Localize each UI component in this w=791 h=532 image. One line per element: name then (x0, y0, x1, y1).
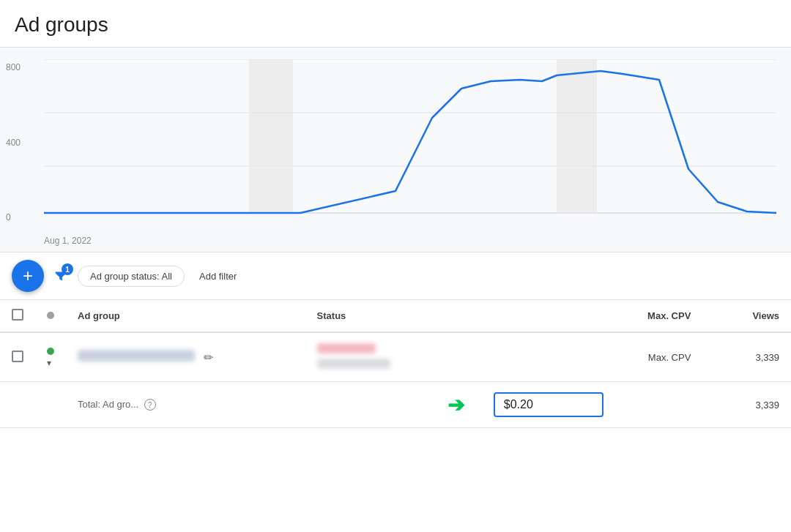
row-views-value: 3,339 (755, 352, 779, 363)
green-arrow-icon: ➔ (448, 393, 464, 417)
y-label-800: 800 (6, 62, 21, 72)
table-wrapper: Ad group Status Max. CPV Views ▾ ✏ (0, 300, 791, 428)
row-views-cell: 3,339 (702, 332, 791, 382)
y-label-400: 400 (6, 138, 21, 148)
add-fab-button[interactable]: + (12, 260, 44, 292)
header-ad-group[interactable]: Ad group (66, 300, 305, 332)
filter-icon-wrap[interactable]: 1 (53, 268, 69, 284)
total-views-cell: 3,339 (702, 382, 791, 428)
table-header: Ad group Status Max. CPV Views (0, 300, 791, 332)
row-status-cell: ▾ (35, 332, 66, 382)
table-body: ▾ ✏ Max. CPV 3,339 (0, 332, 791, 428)
chart-x-label: Aug 1, 2022 (44, 236, 92, 246)
chart-y-axis: 800 400 0 (6, 62, 21, 222)
edit-ad-group-icon[interactable]: ✏ (204, 351, 213, 364)
header-status-cell (35, 300, 66, 332)
select-all-checkbox[interactable] (12, 309, 23, 321)
ad-group-name-blurred (78, 350, 195, 361)
total-status-cell-text: ➔ (305, 382, 482, 428)
ad-group-status-filter[interactable]: Ad group status: All (78, 266, 185, 287)
row-ad-group-cell: ✏ (66, 332, 305, 382)
total-views-value: 3,339 (755, 400, 779, 411)
add-filter-button[interactable]: Add filter (193, 266, 242, 286)
header-max-cpv[interactable]: Max. CPV (482, 300, 703, 332)
chart-svg (44, 59, 776, 220)
page-title: Ad groups (15, 13, 776, 37)
total-max-cpv-cell[interactable]: $0.20 (482, 382, 703, 428)
status-text-blurred (317, 343, 376, 353)
row-status-dot (47, 348, 54, 355)
total-max-cpv-value[interactable]: $0.20 (494, 392, 604, 417)
total-checkbox-cell (0, 382, 35, 428)
status-subtext-blurred (317, 359, 390, 369)
y-label-0: 0 (6, 212, 21, 222)
header-checkbox-cell (0, 300, 35, 332)
total-row: Total: Ad gro... ? ➔ $0.20 3,339 (0, 382, 791, 428)
total-status-cell (35, 382, 66, 428)
row-checkbox[interactable] (12, 351, 23, 362)
page-header: Ad groups (0, 0, 791, 48)
row-checkbox-cell (0, 332, 35, 382)
table-row: ▾ ✏ Max. CPV 3,339 (0, 332, 791, 382)
ad-groups-table: Ad group Status Max. CPV Views ▾ ✏ (0, 300, 791, 428)
svg-rect-4 (249, 59, 293, 213)
row-status-text-cell (305, 332, 482, 382)
svg-rect-5 (557, 59, 597, 213)
chart-area: 800 400 0 Aug 1, 2022 (0, 48, 791, 252)
total-label-cell: Total: Ad gro... ? (66, 382, 305, 428)
green-arrow-container: ➔ (317, 393, 470, 417)
row-max-cpv-label-cell: Max. CPV (482, 332, 703, 382)
total-label: Total: Ad gro... (78, 399, 138, 410)
header-views[interactable]: Views (702, 300, 791, 332)
header-status[interactable]: Status (305, 300, 482, 332)
max-cpv-label: Max. CPV (648, 352, 691, 363)
help-icon[interactable]: ? (144, 399, 156, 411)
status-dropdown-arrow[interactable]: ▾ (47, 358, 51, 368)
filter-badge: 1 (62, 263, 73, 275)
header-status-dot (47, 312, 54, 319)
filter-bar: + 1 Ad group status: All Add filter (0, 252, 791, 300)
